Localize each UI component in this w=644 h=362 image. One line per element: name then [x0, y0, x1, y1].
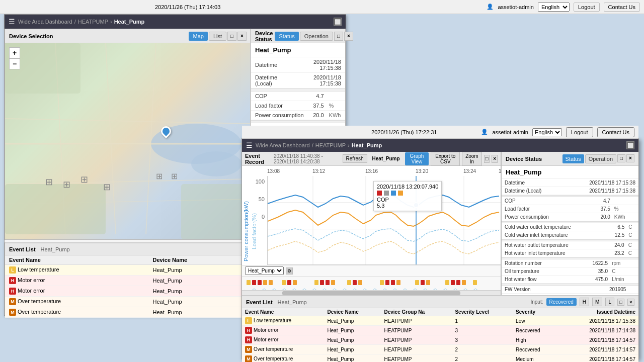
second-window-restore[interactable]: ⬜ — [626, 141, 634, 149]
ds-minimize-btn[interactable]: □ — [334, 32, 343, 41]
second-breadcrumb-heatpump[interactable]: HEATPUMP — [315, 142, 346, 148]
second-contact[interactable]: Contact Us — [597, 127, 634, 137]
el2-badge: H — [245, 327, 252, 334]
device-icon-5: ⊞ — [156, 171, 163, 181]
chart-time-axis: 13:08 13:12 13:16 13:20 13:24 13 — [267, 166, 501, 176]
second-logout[interactable]: Logout — [566, 127, 593, 137]
ds2-close-btn[interactable]: × — [626, 154, 634, 162]
tooltip-legend-1 — [377, 191, 382, 196]
event-device-cell: Heat_Pump — [149, 307, 251, 318]
event-name-cell: MOver temperature — [5, 297, 149, 307]
el2-datetime: 2020/11/18 17:14:57 — [559, 345, 638, 354]
el2-minimize-btn[interactable]: □ — [617, 299, 624, 306]
chart-plot[interactable]: 2020/11/18 13:20:07.940 COP 5.3 — [267, 176, 501, 265]
refresh-btn[interactable]: Refresh — [343, 154, 367, 163]
ds2-op-btn[interactable]: Operation — [585, 154, 616, 163]
ds2-cold-inlet-unit: C — [627, 231, 638, 239]
second-user: assetiot-admin — [492, 129, 528, 135]
svg-text:Load factor(%): Load factor(%) — [251, 213, 257, 249]
second-language[interactable]: English — [532, 128, 562, 136]
cop-val: 4.7 — [309, 92, 328, 101]
ds2-datetime-val: 2020/11/18 17:15:38 — [564, 179, 638, 187]
ds2-status-btn[interactable]: Status — [562, 154, 584, 163]
chart-scrollbar[interactable] — [242, 290, 501, 295]
zoom-in-btn[interactable]: Zoom In — [462, 152, 482, 166]
event-device-select[interactable]: Heat_Pump — [245, 266, 284, 275]
event-list-main-row: HMotor error Heat_Pump — [5, 286, 251, 297]
logout-button[interactable]: Logout — [574, 3, 600, 12]
er-close-btn[interactable]: × — [492, 155, 498, 163]
ds2-power-label: Power consumption — [502, 213, 587, 221]
svg-rect-45 — [421, 280, 425, 285]
el2-table: Event Name Device Name Device Group Na S… — [242, 308, 638, 362]
el2-sev-level: 3 — [452, 335, 513, 345]
hamburger-icon: ☰ — [9, 18, 15, 26]
el2-col-group: Device Group Na — [381, 308, 452, 316]
event-strip-settings[interactable]: ⚙ — [286, 267, 293, 275]
er-minimize-btn[interactable]: □ — [484, 155, 490, 163]
operation-tab-btn[interactable]: Operation — [300, 32, 333, 41]
svg-text:50: 50 — [259, 196, 265, 202]
el2-col-event: Event Name — [242, 308, 324, 316]
el2-recovered-btn[interactable]: Recovered — [546, 298, 577, 306]
language-select[interactable]: English — [538, 3, 570, 12]
el2-col-severity: Severity — [513, 308, 559, 316]
ds2-hot-outlet-unit: C — [627, 241, 638, 249]
map-area[interactable]: + − ⊞ ⊞ ⊞ ⊞ ⊞ ⊞ — [5, 43, 251, 239]
panel-close-btn[interactable]: × — [237, 32, 247, 41]
el2-l-btn[interactable]: L — [605, 298, 614, 306]
time-label-3: 13:20 — [416, 168, 428, 174]
load-factor-val: 37.5 — [309, 101, 328, 111]
el2-badge: M — [245, 355, 252, 362]
svg-text:100: 100 — [256, 178, 265, 185]
status-tab-btn[interactable]: Status — [275, 32, 298, 41]
device-icon-1: ⊞ — [45, 176, 53, 188]
ds-close-btn[interactable]: × — [344, 32, 353, 41]
zoom-out-btn[interactable]: − — [9, 58, 20, 69]
device-status-title: Device Status — [255, 30, 273, 42]
zoom-in-btn[interactable]: + — [9, 47, 20, 58]
ds2-minimize-btn[interactable]: □ — [617, 154, 625, 162]
el2-event-name: HMotor error — [242, 326, 324, 335]
chart-area[interactable]: 100 50 0 Power consumption(kW) Load fact… — [242, 166, 501, 265]
window-controls: ⬜ — [334, 18, 342, 26]
el2-group-name: HEATPUMP — [381, 326, 452, 335]
panel-minimize-btn[interactable]: □ — [227, 32, 236, 41]
el2-group-name: HEATPUMP — [381, 354, 452, 363]
ds2-cop-label: COP — [502, 197, 587, 205]
device-status-table: Datetime 2020/11/18 17:15:38 Datetime (L… — [251, 57, 345, 88]
map-tab-btn[interactable]: Map — [189, 32, 207, 41]
breadcrumb-heatpump[interactable]: HEATPUMP — [78, 19, 108, 25]
el2-sev-level: 2 — [452, 345, 513, 354]
el2-h-btn[interactable]: H — [580, 298, 589, 306]
el2-close-btn[interactable]: × — [627, 299, 634, 306]
list-tab-btn[interactable]: List — [209, 32, 226, 41]
second-title-bar: ☰ Wide Area Dashboard / HEATPUMP › Heat_… — [242, 139, 638, 152]
event-badge: L — [9, 266, 16, 274]
svg-rect-33 — [314, 280, 318, 285]
svg-rect-48 — [451, 280, 455, 285]
map-zoom-controls: + − — [9, 47, 20, 69]
status-op-tabs: Status Operation □ × — [275, 32, 353, 41]
el2-severity: Medium — [513, 354, 559, 363]
event-device-cell: Heat_Pump — [149, 276, 251, 286]
graph-view-btn[interactable]: Graph View — [405, 152, 429, 165]
el2-device-name: Heat_Pump — [324, 326, 381, 335]
time-label-4: 13:24 — [463, 168, 476, 174]
location-pin[interactable] — [161, 126, 171, 136]
ds2-device-name: Heat_Pump — [502, 166, 638, 179]
event-list-2-row: MOver temperature Heat_Pump HEATPUMP 2 M… — [242, 354, 638, 363]
ds2-title: Device Status — [506, 156, 542, 162]
ds2-load-val: 37.5 — [587, 205, 613, 213]
window-restore-btn[interactable]: ⬜ — [334, 18, 342, 26]
contact-button[interactable]: Contact Us — [604, 3, 640, 12]
event-list-2-row: LLow temperature Heat_Pump HEATPUMP 1 Lo… — [242, 316, 638, 326]
export-csv-btn[interactable]: Export to CSV — [431, 152, 460, 166]
tooltip-cop-val: 5.3 — [377, 203, 384, 209]
second-breadcrumb-home[interactable]: Wide Area Dashboard — [256, 142, 310, 148]
event-list-2-row: MOver temperature Heat_Pump HEATPUMP 2 R… — [242, 345, 638, 354]
breadcrumb-home[interactable]: Wide Area Dashboard — [18, 19, 72, 25]
power-unit: KWh — [328, 111, 345, 120]
el2-m-btn[interactable]: M — [592, 298, 602, 306]
event-list-main-row: MOver temperature Heat_Pump — [5, 307, 251, 318]
